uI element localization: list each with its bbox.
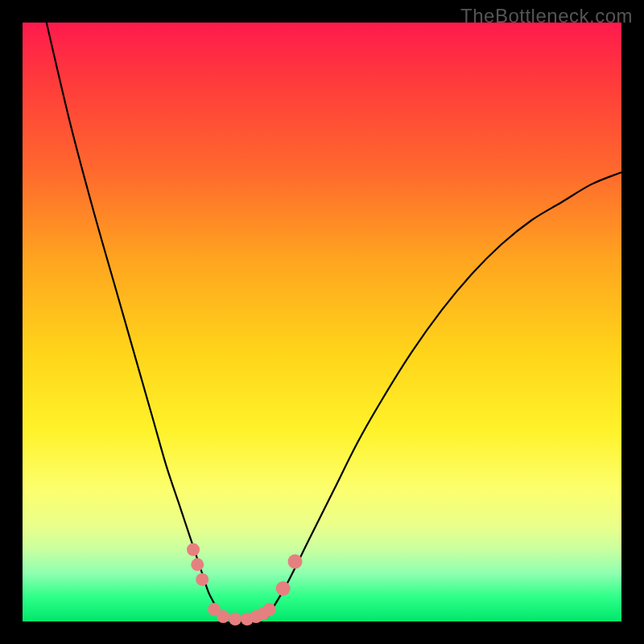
- chart-frame: TheBottleneck.com: [0, 0, 644, 644]
- data-marker: [191, 558, 204, 571]
- data-marker: [187, 543, 200, 556]
- data-marker: [196, 573, 208, 586]
- data-marker: [288, 555, 303, 569]
- bottleneck-curve: [47, 23, 621, 621]
- data-marker: [263, 603, 276, 616]
- chart-plot-area: [23, 23, 621, 621]
- data-marker: [217, 610, 229, 623]
- marker-layer: [187, 543, 302, 625]
- watermark-text: TheBottleneck.com: [460, 5, 633, 27]
- chart-svg: [23, 23, 621, 621]
- data-marker: [276, 581, 291, 596]
- data-marker: [229, 613, 242, 625]
- curve-layer: [47, 23, 621, 621]
